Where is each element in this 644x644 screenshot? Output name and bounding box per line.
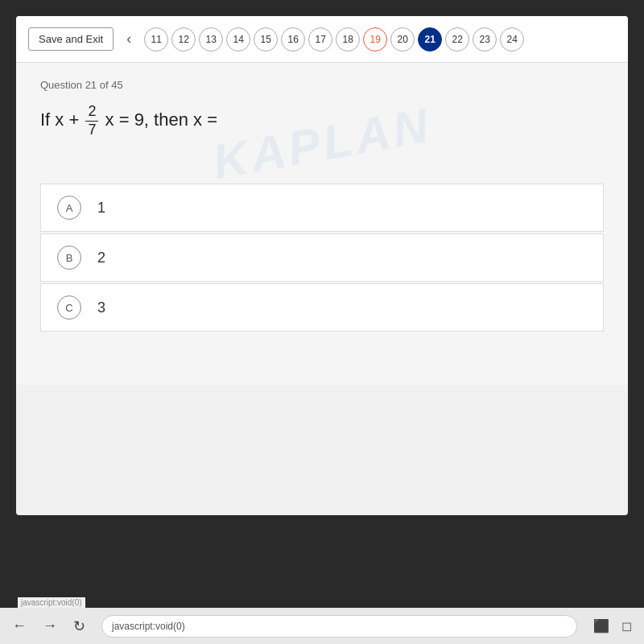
question-number-21[interactable]: 21 — [418, 27, 442, 52]
question-number-23[interactable]: 23 — [473, 27, 497, 52]
question-prefix: If x + — [40, 109, 79, 130]
question-number-19[interactable]: 19 — [363, 27, 387, 52]
question-text: If x + 2 7 x = 9, then x = — [40, 103, 604, 138]
question-number-24[interactable]: 24 — [500, 27, 524, 52]
option-circle-c: C — [57, 295, 81, 320]
answer-option-b[interactable]: B2 — [40, 233, 604, 282]
answer-option-c[interactable]: C3 — [40, 283, 604, 332]
main-content: Question 21 of 45 KAPLAN If x + 2 7 x = … — [16, 63, 628, 385]
fraction-numerator: 2 — [85, 103, 98, 122]
option-value-a: 1 — [97, 200, 105, 217]
question-number-22[interactable]: 22 — [445, 27, 469, 52]
browser-refresh-button[interactable]: ↻ — [73, 617, 85, 635]
question-number-15[interactable]: 15 — [254, 27, 278, 52]
question-number-11[interactable]: 11 — [144, 27, 168, 52]
question-label: Question 21 of 45 — [40, 79, 604, 91]
status-bar-text: javascript:void(0) — [18, 597, 85, 608]
nav-arrow-left[interactable]: ‹ — [123, 27, 134, 51]
taskbar-browser: ← → ↻ javascript:void(0) ⬛ ◻ — [0, 608, 644, 644]
question-numbers: 1112131415161718192021222324 — [144, 27, 524, 52]
question-number-16[interactable]: 16 — [281, 27, 305, 52]
top-nav: Save and Exit ‹ 111213141516171819202122… — [16, 16, 628, 63]
laptop-outer: Save and Exit ‹ 111213141516171819202122… — [0, 0, 644, 644]
question-number-13[interactable]: 13 — [199, 27, 223, 52]
fraction-denominator: 7 — [85, 122, 98, 139]
question-number-14[interactable]: 14 — [226, 27, 250, 52]
question-number-17[interactable]: 17 — [308, 27, 332, 52]
taskbar-icon-2: ◻ — [621, 618, 632, 634]
option-value-b: 2 — [97, 250, 105, 266]
address-bar-text: javascript:void(0) — [112, 621, 185, 632]
save-exit-button[interactable]: Save and Exit — [28, 27, 114, 51]
taskbar-icons: ⬛ ◻ — [593, 618, 632, 634]
answer-options: A1B2C3 — [40, 184, 604, 333]
fraction: 2 7 — [85, 103, 98, 138]
question-suffix: x = 9, then x = — [105, 109, 217, 130]
answer-option-a[interactable]: A1 — [40, 184, 604, 232]
screen: Save and Exit ‹ 111213141516171819202122… — [16, 16, 628, 515]
option-value-c: 3 — [97, 299, 105, 316]
option-circle-a: A — [57, 196, 81, 220]
taskbar-icon-1: ⬛ — [593, 618, 609, 634]
question-number-12[interactable]: 12 — [171, 27, 196, 52]
question-number-20[interactable]: 20 — [390, 27, 415, 52]
browser-forward-button[interactable]: → — [43, 617, 57, 634]
watermark-area: KAPLAN If x + 2 7 x = 9, then x = — [40, 103, 604, 184]
option-circle-b: B — [57, 246, 81, 270]
address-bar[interactable]: javascript:void(0) — [101, 615, 577, 638]
browser-back-button[interactable]: ← — [12, 617, 27, 634]
question-number-18[interactable]: 18 — [336, 27, 360, 52]
